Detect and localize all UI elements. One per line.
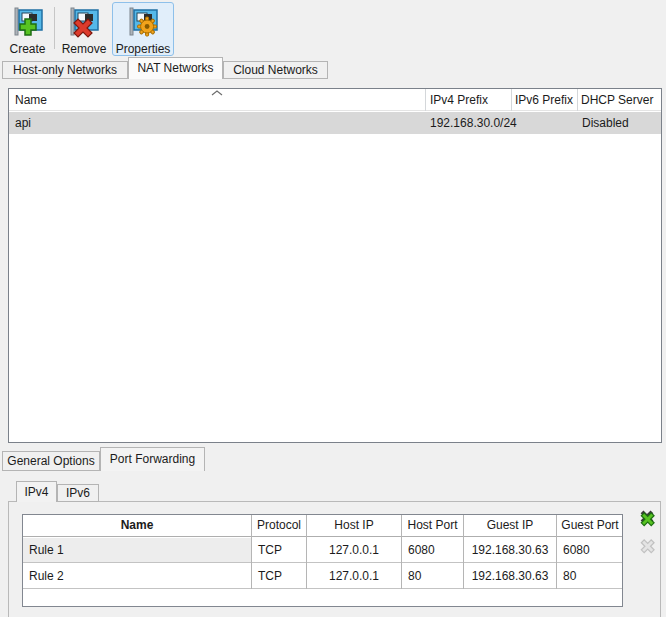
pf-cell-guest-port[interactable]: 6080 <box>557 538 623 562</box>
network-name-cell: api <box>15 112 31 134</box>
properties-button[interactable]: Properties <box>112 2 174 56</box>
pf-column-protocol[interactable]: Protocol <box>252 515 306 536</box>
column-divider <box>401 515 402 589</box>
pf-cell-guest-port[interactable]: 80 <box>557 564 623 588</box>
network-ipv4-prefix-cell: 192.168.30.0/24 <box>430 112 517 134</box>
sort-ascending-icon <box>211 90 223 96</box>
pf-column-guest-ip[interactable]: Guest IP <box>464 515 556 536</box>
network-remove-icon <box>68 6 100 41</box>
column-header-ipv6-prefix[interactable]: IPv6 Prefix <box>515 89 573 111</box>
column-divider <box>511 89 512 111</box>
network-row-api[interactable]: api 192.168.30.0/24 Disabled <box>9 112 661 134</box>
remove-button[interactable]: Remove <box>57 2 111 56</box>
create-button[interactable]: Create <box>2 2 53 56</box>
tab-general-options[interactable]: General Options <box>2 451 100 471</box>
pf-cell-guest-ip[interactable]: 192.168.30.63 <box>464 564 556 588</box>
column-divider <box>306 515 307 589</box>
create-button-label: Create <box>9 43 45 56</box>
tab-nat-networks[interactable]: NAT Networks <box>128 57 223 79</box>
pf-cell-protocol[interactable]: TCP <box>252 564 306 588</box>
pf-cell-name[interactable]: Rule 1 <box>23 538 251 562</box>
column-divider <box>577 89 578 111</box>
port-forwarding-table: Name Protocol Host IP Host Port Guest IP… <box>22 514 623 607</box>
column-header-ipv4-prefix[interactable]: IPv4 Prefix <box>430 89 488 111</box>
pf-rule-row[interactable]: Rule 1 TCP 127.0.0.1 6080 192.168.30.63 … <box>23 538 622 563</box>
network-properties-icon <box>127 6 159 41</box>
column-divider <box>425 89 426 111</box>
column-divider <box>556 515 557 589</box>
pf-cell-host-port[interactable]: 80 <box>402 564 463 588</box>
pf-column-guest-port[interactable]: Guest Port <box>557 515 623 536</box>
network-create-icon <box>12 6 44 41</box>
pf-cell-name[interactable]: Rule 2 <box>23 564 251 588</box>
port-forwarding-header: Name Protocol Host IP Host Port Guest IP… <box>23 515 622 537</box>
tab-host-only-networks[interactable]: Host-only Networks <box>2 61 128 79</box>
network-manager-window: Create Remove <box>0 0 666 617</box>
pf-cell-guest-ip[interactable]: 192.168.30.63 <box>464 538 556 562</box>
pf-cell-protocol[interactable]: TCP <box>252 538 306 562</box>
networks-table-header: Name IPv4 Prefix IPv6 Prefix DHCP Server <box>9 89 661 111</box>
tab-ipv4[interactable]: IPv4 <box>16 481 57 502</box>
pf-column-host-ip[interactable]: Host IP <box>307 515 401 536</box>
column-header-dhcp-server[interactable]: DHCP Server <box>581 89 653 111</box>
nat-networks-table: Name IPv4 Prefix IPv6 Prefix DHCP Server… <box>8 88 662 443</box>
column-divider <box>463 515 464 589</box>
pf-cell-host-ip[interactable]: 127.0.0.1 <box>307 538 401 562</box>
toolbar-separator <box>54 7 55 49</box>
remove-button-label: Remove <box>62 43 107 56</box>
pf-cell-host-ip[interactable]: 127.0.0.1 <box>307 564 401 588</box>
column-header-name[interactable]: Name <box>15 89 47 111</box>
column-divider <box>251 515 252 589</box>
pf-column-host-port[interactable]: Host Port <box>402 515 463 536</box>
pf-rule-row[interactable]: Rule 2 TCP 127.0.0.1 80 192.168.30.63 80 <box>23 564 622 589</box>
properties-button-label: Properties <box>116 43 171 56</box>
add-rule-icon[interactable] <box>636 510 658 532</box>
copy-rule-icon[interactable] <box>636 537 658 559</box>
tab-port-forwarding[interactable]: Port Forwarding <box>100 447 205 471</box>
pf-column-name[interactable]: Name <box>23 515 251 536</box>
pf-cell-host-port[interactable]: 6080 <box>402 538 463 562</box>
tab-cloud-networks[interactable]: Cloud Networks <box>223 61 328 79</box>
network-dhcp-server-cell: Disabled <box>582 112 629 134</box>
tab-ipv6[interactable]: IPv6 <box>57 484 99 502</box>
